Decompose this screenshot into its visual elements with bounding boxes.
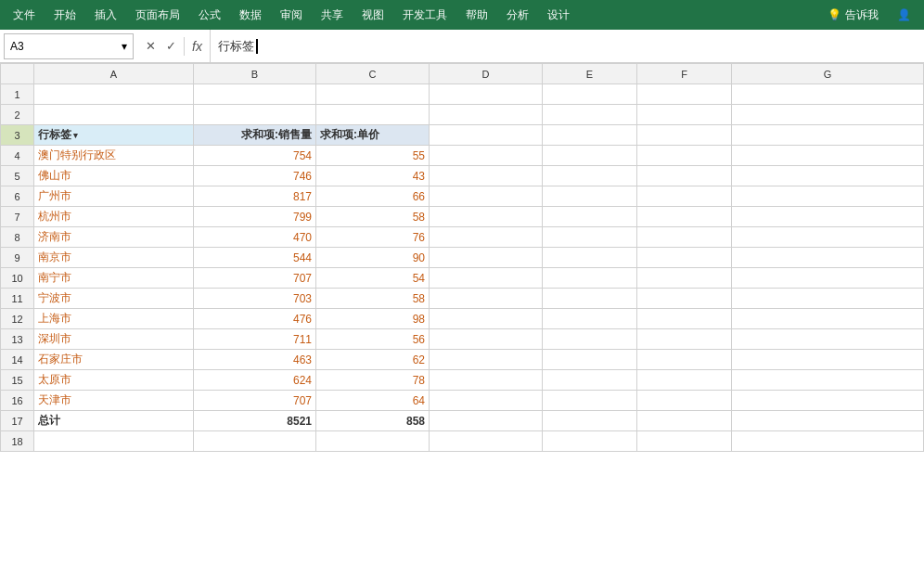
cell-B12[interactable]: 476 [194, 309, 316, 329]
cell-C4[interactable]: 55 [316, 146, 430, 166]
cell-G17[interactable] [732, 411, 924, 431]
col-header-B[interactable]: B [194, 64, 316, 84]
cell-F2[interactable] [637, 105, 732, 125]
cell-E17[interactable] [543, 411, 637, 431]
cell-G18[interactable] [732, 431, 924, 452]
cell-E2[interactable] [543, 105, 637, 125]
menu-insert[interactable]: 插入 [85, 4, 126, 27]
cell-A2[interactable] [34, 105, 194, 125]
cell-E16[interactable] [543, 391, 637, 411]
cell-D9[interactable] [430, 248, 543, 268]
cell-G2[interactable] [732, 105, 924, 125]
cell-B13[interactable]: 711 [194, 329, 316, 350]
cell-C16[interactable]: 64 [316, 391, 430, 411]
row-num-7[interactable]: 7 [1, 207, 34, 227]
cell-B11[interactable]: 703 [194, 289, 316, 309]
cell-F18[interactable] [637, 431, 732, 452]
row-num-2[interactable]: 2 [1, 105, 34, 125]
cell-B2[interactable] [194, 105, 316, 125]
menu-review[interactable]: 审阅 [271, 4, 312, 27]
formula-input[interactable]: 行标签 [211, 38, 924, 55]
cell-C9[interactable]: 90 [316, 248, 430, 268]
cell-F8[interactable] [637, 227, 732, 248]
row-num-9[interactable]: 9 [1, 248, 34, 268]
cell-B3[interactable]: 求和项:销售量 [194, 125, 316, 146]
cell-B7[interactable]: 799 [194, 207, 316, 227]
row-num-14[interactable]: 14 [1, 350, 34, 370]
cell-F1[interactable] [637, 84, 732, 105]
menu-home[interactable]: 开始 [45, 4, 85, 27]
confirm-button[interactable]: ✓ [161, 37, 180, 56]
cell-G16[interactable] [732, 391, 924, 411]
cell-B18[interactable] [194, 431, 316, 452]
cell-F17[interactable] [637, 411, 732, 431]
row-num-5[interactable]: 5 [1, 166, 34, 186]
cell-D6[interactable] [430, 186, 543, 207]
cell-C6[interactable]: 66 [316, 186, 430, 207]
cell-A7[interactable]: 杭州市 [34, 207, 194, 227]
cell-E8[interactable] [543, 227, 637, 248]
filter-dropdown-icon[interactable]: ▾ [73, 131, 78, 140]
cell-C15[interactable]: 78 [316, 370, 430, 391]
cell-A3[interactable]: 行标签▾ [34, 125, 194, 146]
cell-D18[interactable] [430, 431, 543, 452]
cell-G6[interactable] [732, 186, 924, 207]
row-num-3[interactable]: 3 [1, 125, 34, 146]
cell-G9[interactable] [732, 248, 924, 268]
cell-D16[interactable] [430, 391, 543, 411]
cell-D13[interactable] [430, 329, 543, 350]
cell-E11[interactable] [543, 289, 637, 309]
row-num-8[interactable]: 8 [1, 227, 34, 248]
cell-A9[interactable]: 南京市 [34, 248, 194, 268]
col-header-G[interactable]: G [732, 64, 924, 84]
cell-C7[interactable]: 58 [316, 207, 430, 227]
cell-E12[interactable] [543, 309, 637, 329]
cell-C1[interactable] [316, 84, 430, 105]
row-num-1[interactable]: 1 [1, 84, 34, 105]
cell-C18[interactable] [316, 431, 430, 452]
menu-file[interactable]: 文件 [4, 4, 45, 27]
name-box[interactable]: A3 ▾ [4, 33, 134, 59]
cell-F7[interactable] [637, 207, 732, 227]
cell-G14[interactable] [732, 350, 924, 370]
cell-A5[interactable]: 佛山市 [34, 166, 194, 186]
cell-E9[interactable] [543, 248, 637, 268]
row-num-6[interactable]: 6 [1, 186, 34, 207]
cell-G4[interactable] [732, 146, 924, 166]
cell-E10[interactable] [543, 268, 637, 289]
row-num-17[interactable]: 17 [1, 411, 34, 431]
col-header-A[interactable]: A [34, 64, 194, 84]
cell-F13[interactable] [637, 329, 732, 350]
row-num-12[interactable]: 12 [1, 309, 34, 329]
row-num-4[interactable]: 4 [1, 146, 34, 166]
cell-F11[interactable] [637, 289, 732, 309]
row-num-11[interactable]: 11 [1, 289, 34, 309]
cell-B9[interactable]: 544 [194, 248, 316, 268]
menu-data[interactable]: 数据 [230, 4, 271, 27]
cell-B8[interactable]: 470 [194, 227, 316, 248]
cell-A6[interactable]: 广州市 [34, 186, 194, 207]
cell-A15[interactable]: 太原市 [34, 370, 194, 391]
cell-C10[interactable]: 54 [316, 268, 430, 289]
tell-me-button[interactable]: 💡 告诉我 [818, 4, 888, 27]
cell-A18[interactable] [34, 431, 194, 452]
cell-B10[interactable]: 707 [194, 268, 316, 289]
cell-B17[interactable]: 8521 [194, 411, 316, 431]
menu-share[interactable]: 共享 [312, 4, 353, 27]
cell-B1[interactable] [194, 84, 316, 105]
cell-D1[interactable] [430, 84, 543, 105]
cell-G13[interactable] [732, 329, 924, 350]
menu-help[interactable]: 帮助 [456, 4, 497, 27]
cell-C11[interactable]: 58 [316, 289, 430, 309]
cell-A10[interactable]: 南宁市 [34, 268, 194, 289]
cell-G5[interactable] [732, 166, 924, 186]
cell-B5[interactable]: 746 [194, 166, 316, 186]
cell-D2[interactable] [430, 105, 543, 125]
cell-E6[interactable] [543, 186, 637, 207]
cell-D11[interactable] [430, 289, 543, 309]
cell-E4[interactable] [543, 146, 637, 166]
cell-D12[interactable] [430, 309, 543, 329]
cell-F4[interactable] [637, 146, 732, 166]
cell-A12[interactable]: 上海市 [34, 309, 194, 329]
cell-D14[interactable] [430, 350, 543, 370]
